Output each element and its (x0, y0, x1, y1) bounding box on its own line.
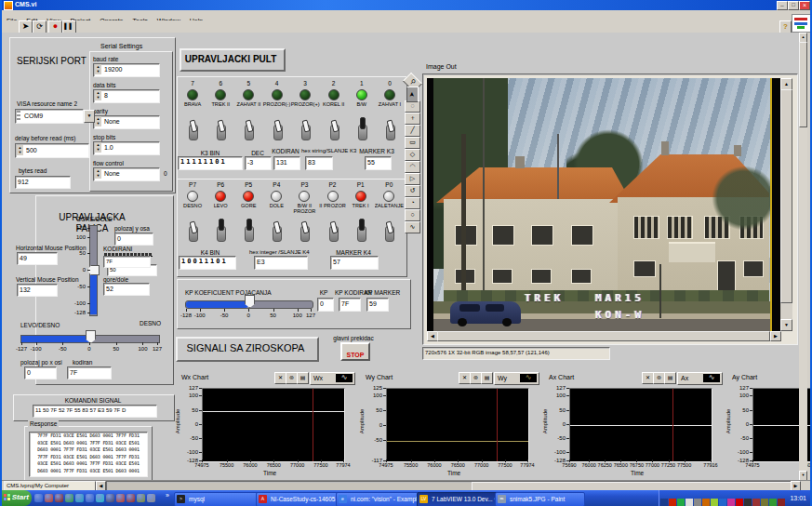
toggle-switch[interactable] (318, 219, 346, 243)
toggle-switch[interactable] (206, 219, 234, 243)
toggle-switch[interactable] (320, 117, 348, 141)
stop-button[interactable]: STOP (340, 342, 370, 361)
point-tool-icon[interactable]: ＋ (405, 113, 420, 125)
stop-bits-input[interactable]: ▲▼ 1.0 (93, 141, 160, 155)
quicklaunch-icon[interactable] (126, 494, 135, 502)
rotate-tool-icon[interactable]: ↺ (405, 185, 420, 197)
toggle-switch[interactable] (179, 219, 206, 243)
chart-legend[interactable]: Wy∿ (494, 372, 539, 385)
response-text[interactable]: 7F7F FD31 03CE E501 D603 0001 7F7F FD310… (29, 432, 148, 477)
window-vscrollbar[interactable]: ▲ ▼ (799, 33, 807, 480)
toggle-switch[interactable] (348, 117, 376, 141)
run-button[interactable]: ➤ (19, 20, 33, 33)
chart-plot-area[interactable] (386, 388, 529, 462)
toggle-switch[interactable] (234, 117, 262, 141)
tray-icon[interactable] (761, 499, 768, 506)
tray-icon[interactable] (686, 499, 693, 506)
image-vscrollbar[interactable]: ▲ ▼ (780, 78, 792, 331)
quicklaunch-icon[interactable] (106, 494, 114, 502)
toggle-switch[interactable] (179, 117, 206, 141)
visa-dropdown-button[interactable]: ▼ (84, 110, 95, 123)
toggle-switch[interactable] (291, 117, 320, 141)
vscroll-thumb[interactable] (780, 89, 792, 303)
quicklaunch-icon[interactable] (34, 494, 43, 502)
annulus-tool-icon[interactable]: ◔ (405, 197, 420, 209)
context-help-button[interactable]: ? (779, 20, 792, 33)
scroll-down-icon[interactable]: ▼ (780, 319, 792, 331)
tray-icon[interactable] (736, 499, 743, 506)
line-tool-icon[interactable]: ╱ (405, 125, 420, 137)
quicklaunch-icon[interactable] (116, 494, 125, 502)
rectangle-tool-icon[interactable]: ▭ (405, 137, 420, 149)
data-bits-input[interactable]: ▲▼ 8 (93, 89, 160, 103)
toggle-switch[interactable] (206, 117, 234, 141)
hscroll-thumb[interactable] (437, 331, 770, 341)
toggle-switch[interactable] (262, 117, 290, 141)
taskbar-task-3[interactable]: eni.com: "vision" - Exampl... (336, 492, 430, 506)
minimize-button[interactable]: _ (777, 1, 788, 10)
cursor-tool-icon[interactable]: ➤ (406, 87, 419, 102)
toggle-switch[interactable] (347, 219, 375, 243)
quicklaunch-icon[interactable] (147, 494, 155, 502)
quicklaunch-icon[interactable] (75, 494, 84, 502)
tray-icon[interactable] (719, 499, 726, 506)
freehand-tool-icon[interactable]: ○ (405, 209, 420, 221)
start-button[interactable]: Start (2, 490, 32, 506)
tray-icon[interactable] (711, 499, 718, 506)
quicklaunch-icon[interactable] (45, 494, 53, 502)
taskbar-task-4[interactable]: LV7 LabVIEW 13.0 Dev... ▾ (417, 492, 507, 506)
delay-input[interactable]: ▲▼ 500 (15, 143, 89, 158)
tray-icon[interactable] (752, 499, 760, 506)
oval-tool-icon[interactable]: ◇ (405, 149, 420, 161)
spinner-icon[interactable]: ▲▼ (95, 142, 101, 153)
chart-tool-button[interactable]: ▤ (297, 372, 309, 384)
tray-icon[interactable] (694, 499, 701, 506)
chart-tool-button[interactable]: ▤ (664, 372, 676, 384)
chart-plot-area[interactable] (569, 388, 712, 462)
tray-icon[interactable] (702, 499, 710, 506)
tray-icon[interactable] (778, 499, 785, 506)
toggle-switch[interactable] (262, 219, 290, 243)
scroll-right-icon[interactable]: ▶ (770, 331, 781, 341)
tray-icon[interactable] (677, 499, 685, 506)
toggle-switch[interactable] (376, 117, 404, 141)
polygon-tool-icon[interactable]: ▷ (405, 173, 420, 185)
tray-icon[interactable] (660, 499, 668, 506)
tray-icon[interactable] (769, 499, 777, 506)
tray-icon[interactable] (727, 499, 735, 506)
baud-rate-input[interactable]: ▲▼ 19200 (93, 63, 160, 77)
spinner-icon[interactable]: ▲▼ (95, 90, 101, 100)
quicklaunch-icon[interactable] (96, 494, 104, 502)
close-button[interactable]: × (799, 1, 810, 10)
tray-icon[interactable] (744, 499, 752, 506)
spinner-icon[interactable]: ▲▼ (95, 116, 101, 126)
quicklaunch-icon[interactable] (137, 494, 145, 502)
chart-plot-area[interactable] (202, 388, 345, 462)
vscroll-thumb[interactable] (799, 42, 807, 127)
run-continuous-button[interactable]: ⟳ (33, 20, 47, 33)
spinner-icon[interactable]: ▲▼ (95, 64, 101, 74)
tray-icon[interactable] (669, 499, 676, 506)
chart-legend[interactable]: Wx∿ (310, 372, 355, 385)
arc-tool-icon[interactable]: ◠ (405, 161, 420, 173)
taskbar-task-1[interactable]: >mysql (174, 492, 268, 506)
toggle-switch[interactable] (375, 219, 404, 243)
spinner-icon[interactable]: ▲▼ (95, 168, 101, 179)
quicklaunch-icon[interactable] (55, 494, 63, 502)
pause-button[interactable]: ▌▌ (62, 20, 76, 33)
maximize-button[interactable]: □ (788, 1, 799, 10)
broken-line-tool-icon[interactable]: ∿ (405, 221, 420, 233)
image-hscrollbar[interactable]: ◀ ▶ (427, 331, 780, 341)
visa-resource-combo[interactable]: COM9 (15, 109, 84, 124)
toggle-switch[interactable] (290, 219, 318, 243)
flow-control-input[interactable]: ▲▼ None (93, 167, 160, 181)
parity-input[interactable]: ▲▼ None (93, 115, 160, 129)
chart-legend[interactable]: Ax∿ (677, 372, 723, 385)
quicklaunch-icon[interactable] (86, 494, 94, 502)
spinner-icon[interactable]: ▲▼ (17, 145, 23, 155)
quick-launch-overflow-icon[interactable]: » (166, 492, 169, 499)
abort-button[interactable]: ● (48, 20, 62, 33)
quicklaunch-icon[interactable] (65, 494, 73, 502)
image-display[interactable]: TREK MAR15 KON-W (427, 78, 780, 331)
chart-tool-button[interactable]: ▤ (481, 372, 493, 384)
